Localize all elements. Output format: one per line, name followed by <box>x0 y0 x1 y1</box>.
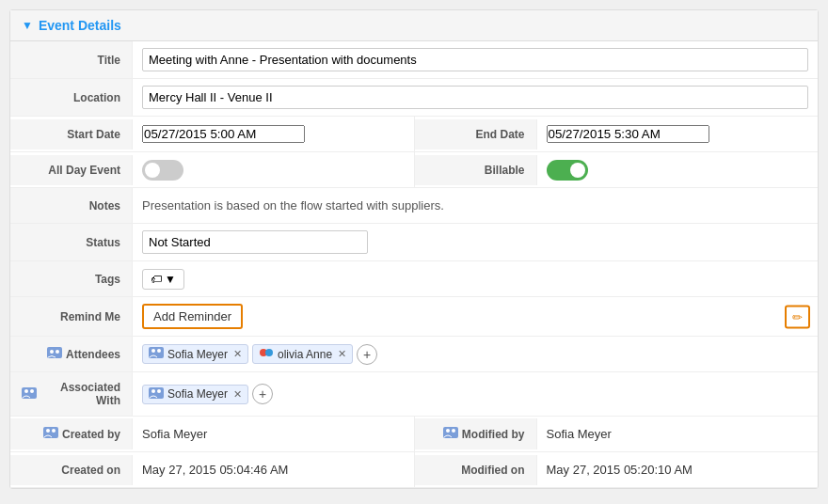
tag-dropdown-arrow: ▼ <box>165 273 176 286</box>
status-label: Status <box>10 224 133 260</box>
svg-point-19 <box>452 429 455 433</box>
svg-point-1 <box>50 350 54 354</box>
dates-row: Start Date End Date <box>10 117 818 152</box>
created-modified-row: Created by Sofia Meyer Modified by Sofia… <box>10 417 818 452</box>
attendee-chip-olivia: olivia Anne ✕ <box>252 344 353 364</box>
notes-value-cell: Presentation is based on the flow starte… <box>133 188 818 223</box>
status-row: Status <box>10 224 818 261</box>
location-value-cell <box>133 79 818 116</box>
svg-point-7 <box>265 349 273 356</box>
svg-point-4 <box>151 349 155 353</box>
associated-chip-sofia: Sofia Meyer ✕ <box>142 385 248 404</box>
all-day-value <box>133 153 414 187</box>
modified-on-value: May 27, 2015 05:20:10 AM <box>537 456 819 483</box>
chevron-icon: ▼ <box>22 19 33 32</box>
associated-with-row: Associated With Sofia Meyer ✕ + <box>10 372 818 417</box>
attendee-sofia-remove[interactable]: ✕ <box>233 348 242 360</box>
billable-value <box>537 153 819 187</box>
end-date-label: End Date <box>415 119 537 150</box>
add-reminder-button[interactable]: Add Reminder <box>142 304 243 329</box>
attendee-olivia-remove[interactable]: ✕ <box>338 348 346 360</box>
title-input[interactable] <box>142 48 808 71</box>
svg-point-13 <box>157 389 161 393</box>
status-value-cell <box>133 224 818 260</box>
associated-sofia-name: Sofia Meyer <box>167 387 228 401</box>
created-by-label: Created by <box>10 418 133 449</box>
tags-value-cell: 🏷 ▼ <box>133 261 818 296</box>
attendee-add-button[interactable]: + <box>357 344 377 365</box>
remind-me-row: Remind Me Add Reminder ✏ <box>10 297 818 337</box>
attendees-label: Attendees <box>10 337 133 371</box>
start-date-section: Start Date <box>10 117 415 151</box>
attendees-row: Attendees Sofia Meyer ✕ olivia Anne <box>10 337 818 372</box>
associated-with-label: Associated With <box>10 372 133 416</box>
end-date-value <box>537 118 819 150</box>
associated-with-value-cell: Sofia Meyer ✕ + <box>133 372 818 416</box>
tags-button[interactable]: 🏷 ▼ <box>142 269 184 290</box>
modified-by-section: Modified by Sofia Meyer <box>415 417 819 451</box>
panel-title: Event Details <box>39 18 121 33</box>
svg-point-12 <box>151 389 155 393</box>
associated-sofia-remove[interactable]: ✕ <box>233 388 242 401</box>
end-date-input[interactable] <box>547 125 709 143</box>
svg-point-18 <box>446 429 450 433</box>
start-date-label: Start Date <box>10 119 133 150</box>
location-label: Location <box>10 79 133 116</box>
billable-slider <box>547 160 588 181</box>
title-row: Title <box>10 41 818 79</box>
attendee-olivia-name: olivia Anne <box>278 348 332 361</box>
modified-by-icon <box>443 427 458 441</box>
notes-row: Notes Presentation is based on the flow … <box>10 188 818 224</box>
modified-on-label: Modified on <box>415 455 537 485</box>
attendee-chip-sofia: Sofia Meyer ✕ <box>142 344 248 364</box>
billable-toggle[interactable] <box>547 160 588 181</box>
svg-point-2 <box>56 350 59 354</box>
associated-add-button[interactable]: + <box>252 384 273 404</box>
pencil-icon: ✏ <box>792 309 803 323</box>
created-on-label: Created on <box>10 455 133 485</box>
end-date-section: End Date <box>415 117 819 151</box>
billable-section: Billable <box>415 152 819 187</box>
modified-by-value: Sofia Meyer <box>537 420 819 448</box>
all-day-toggle[interactable] <box>142 160 183 181</box>
all-day-label: All Day Event <box>10 155 133 185</box>
event-details-panel: ▼ Event Details Title Location Start Dat… <box>9 9 819 489</box>
associated-sofia-icon <box>149 387 164 402</box>
title-label: Title <box>10 41 133 78</box>
created-by-icon <box>43 427 58 441</box>
allday-billable-row: All Day Event Billable <box>10 152 818 188</box>
svg-point-10 <box>30 389 34 393</box>
start-date-value <box>133 118 414 150</box>
created-on-value: May 27, 2015 05:04:46 AM <box>133 456 414 483</box>
status-input[interactable] <box>142 230 368 254</box>
created-modified-on-row: Created on May 27, 2015 05:04:46 AM Modi… <box>10 452 818 488</box>
start-date-input[interactable] <box>142 125 305 143</box>
remind-me-value-cell: Add Reminder ✏ <box>133 297 818 336</box>
remind-me-label: Remind Me <box>10 297 133 336</box>
title-value-cell <box>133 41 818 78</box>
modified-on-section: Modified on May 27, 2015 05:20:10 AM <box>415 452 819 487</box>
created-by-value: Sofia Meyer <box>133 420 414 448</box>
all-day-section: All Day Event <box>10 152 415 187</box>
billable-label: Billable <box>415 155 537 185</box>
attendee-sofia-icon <box>149 347 164 361</box>
tag-icon: 🏷 <box>151 273 162 286</box>
location-input[interactable] <box>142 86 808 109</box>
notes-text: Presentation is based on the flow starte… <box>142 198 444 213</box>
created-on-section: Created on May 27, 2015 05:04:46 AM <box>10 452 415 487</box>
svg-point-15 <box>46 429 50 433</box>
attendees-value-cell: Sofia Meyer ✕ olivia Anne ✕ + <box>133 337 818 371</box>
svg-point-16 <box>52 429 56 433</box>
location-row: Location <box>10 79 818 117</box>
tags-row: Tags 🏷 ▼ <box>10 261 818 297</box>
tags-label: Tags <box>10 261 133 296</box>
svg-point-5 <box>157 349 161 353</box>
modified-by-label: Modified by <box>415 418 537 449</box>
associated-icon <box>22 387 37 402</box>
created-by-section: Created by Sofia Meyer <box>10 417 415 451</box>
notes-label: Notes <box>10 188 133 223</box>
attendees-icon <box>47 347 62 361</box>
edit-reminder-button[interactable]: ✏ <box>785 305 810 328</box>
attendee-olivia-icon <box>259 347 274 361</box>
panel-header: ▼ Event Details <box>10 10 818 41</box>
